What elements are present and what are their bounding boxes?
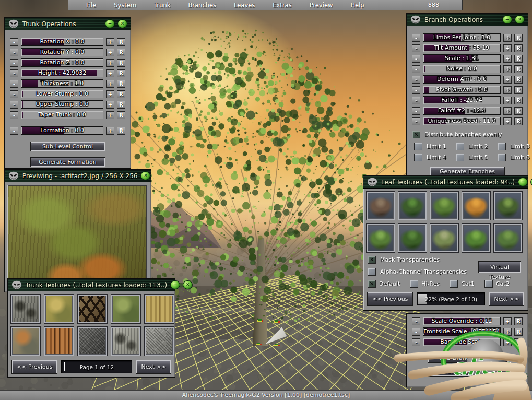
limit-1-checkbox[interactable] [414, 143, 422, 150]
branch-slider[interactable]: Pivot Growth : 0.0 [423, 86, 501, 94]
branch-plus-button[interactable]: + [503, 65, 512, 73]
alpha-channel-transparencies-checkbox[interactable] [368, 268, 376, 276]
trunk-plus-button[interactable]: + [106, 127, 114, 135]
leaf-op-plus-button[interactable]: + [503, 328, 512, 336]
trunk-minus-button[interactable]: - [10, 111, 18, 119]
texture-thumb[interactable] [462, 192, 490, 220]
trunk-slider[interactable]: Formation : 0.0 [21, 126, 103, 135]
branch-plus-button[interactable]: + [503, 97, 512, 104]
texture-thumb[interactable] [44, 295, 74, 323]
page-indicator[interactable]: Page 1 of 12 [61, 360, 132, 373]
trunk-slider[interactable]: Height : 42.9032 [21, 69, 103, 77]
leaf-op-minus-button[interactable]: - [412, 317, 420, 325]
limit-4-checkbox[interactable] [414, 154, 422, 161]
trunk-plus-button[interactable]: + [106, 80, 114, 88]
trunk-reset-button[interactable]: R [117, 80, 125, 88]
sub-level-control-button[interactable]: Sub-Level Control [31, 142, 105, 151]
menu-item-help[interactable]: Help [350, 2, 364, 9]
menu-item-extras[interactable]: Extras [273, 2, 291, 9]
branch-plus-button[interactable]: + [503, 76, 512, 84]
branch-reset-button[interactable]: R [514, 107, 523, 115]
branch-plus-button[interactable]: + [503, 55, 512, 63]
trunk-reset-button[interactable]: R [117, 111, 125, 119]
leaf-op-slider[interactable]: Scale Override : 0.12 [423, 317, 501, 325]
trunk-slider[interactable]: Taper Trunk : 0.0 [21, 111, 103, 119]
trunk-operations-titlebar[interactable]: Trunk Operations − ✕ [5, 18, 131, 30]
close-button[interactable]: ✕ [183, 280, 193, 289]
close-button[interactable]: ✕ [140, 171, 150, 180]
branch-plus-button[interactable]: + [503, 44, 512, 52]
trunk-slider[interactable]: Rotation Y : 0.0 [21, 48, 103, 56]
menu-item-branches[interactable]: Branches [188, 2, 216, 9]
generate-leaves-button[interactable]: Generate Leaves [428, 367, 506, 376]
menu-item-preview[interactable]: Preview [310, 2, 333, 9]
menu-item-leaves[interactable]: Leaves [234, 2, 255, 9]
branch-minus-button[interactable]: - [412, 65, 420, 73]
default-checkbox[interactable]: ✕ [368, 280, 376, 288]
branch-plus-button[interactable]: + [503, 117, 512, 125]
trunk-slider[interactable]: Lower Stump : 0.0 [21, 90, 103, 98]
texture-thumb[interactable] [430, 224, 458, 252]
branch-plus-button[interactable]: + [503, 86, 512, 94]
branch-reset-button[interactable]: R [514, 34, 523, 42]
trunk-plus-button[interactable]: + [106, 59, 114, 67]
menu-item-trunk[interactable]: Trunk [154, 2, 170, 9]
leaf-op-slider[interactable]: Frontside Scale : 0.574154 [423, 327, 501, 336]
leaf-page-progress[interactable]: 22% (Page 2 of 10) [417, 292, 485, 305]
leaf-op-plus-button[interactable]: + [503, 338, 512, 346]
branch-plus-button[interactable]: + [503, 34, 512, 42]
trunk-minus-button[interactable]: - [10, 80, 18, 88]
trunk-reset-button[interactable]: R [117, 69, 125, 77]
trunk-slider[interactable]: Thickness : 1.0 [21, 79, 103, 88]
texture-thumb[interactable] [145, 295, 174, 323]
texture-thumb[interactable] [111, 327, 140, 356]
trunk-textures-titlebar[interactable]: Trunk Textures (..total textures loaded:… [8, 279, 175, 291]
previous-page-button[interactable]: << Previous [368, 292, 412, 305]
trunk-reset-button[interactable]: R [117, 90, 125, 98]
menu-item-file[interactable]: File [86, 2, 96, 9]
branch-slider[interactable]: Noise : 0.0 [423, 65, 501, 73]
limit-6-checkbox[interactable] [498, 154, 506, 161]
texture-thumb[interactable] [430, 192, 458, 220]
texture-thumb[interactable] [78, 295, 107, 323]
leaf-textures-titlebar[interactable]: Leaf Textures (..total textures loaded: … [363, 176, 528, 189]
branch-operations-titlebar[interactable]: Branch Operations − ✕ [407, 14, 528, 26]
close-button[interactable]: ✕ [515, 15, 525, 24]
branch-slider[interactable]: Scale : 1.31 [423, 54, 501, 63]
texture-thumb[interactable] [367, 192, 395, 220]
leaf-op-minus-button[interactable]: - [412, 338, 420, 346]
branch-minus-button[interactable]: - [412, 44, 420, 52]
texture-thumb[interactable] [111, 295, 140, 323]
limit-2-checkbox[interactable] [456, 143, 464, 150]
leaf-op-slider[interactable]: Backside Scale [423, 338, 501, 346]
branch-plus-button[interactable]: + [503, 107, 512, 115]
trunk-minus-button[interactable]: - [10, 127, 18, 135]
branch-minus-button[interactable]: - [412, 86, 420, 94]
trunk-minus-button[interactable]: - [10, 101, 18, 109]
leaf-op-plus-button[interactable]: + [503, 317, 512, 325]
branch-minus-button[interactable]: - [412, 117, 420, 125]
texture-thumb[interactable] [494, 224, 522, 252]
branch-slider[interactable]: Falloff #2 : -32.4 [423, 107, 501, 115]
trunk-minus-button[interactable]: - [10, 90, 18, 98]
virtual-texture-button[interactable]: Virtual Texture [479, 262, 521, 273]
texture-thumb[interactable] [398, 224, 427, 252]
cat1-checkbox[interactable] [450, 280, 458, 288]
generate-formation-button[interactable]: Generate Formation [31, 158, 105, 167]
minimize-button[interactable]: − [518, 178, 528, 186]
branch-slider[interactable]: Tilt Amount : 55.19 [423, 44, 501, 52]
trunk-slider[interactable]: Upper Stump : 0.0 [21, 100, 103, 109]
close-button[interactable]: ✕ [117, 19, 127, 28]
mask-transparencies-checkbox[interactable]: ✕ [368, 256, 376, 264]
trunk-reset-button[interactable]: R [117, 59, 125, 67]
branch-reset-button[interactable]: R [514, 117, 523, 125]
branch-reset-button[interactable]: R [514, 65, 523, 73]
trunk-minus-button[interactable]: - [10, 69, 18, 77]
branch-slider[interactable]: Deform Amt : 0.0 [423, 75, 501, 84]
limit-3-checkbox[interactable] [498, 143, 506, 150]
next-page-button[interactable]: Next >> [136, 360, 171, 373]
texture-thumb[interactable] [494, 192, 522, 220]
texture-thumb[interactable] [11, 295, 40, 323]
leaf-op-reset-button[interactable]: R [514, 317, 523, 325]
branch-reset-button[interactable]: R [514, 76, 523, 84]
